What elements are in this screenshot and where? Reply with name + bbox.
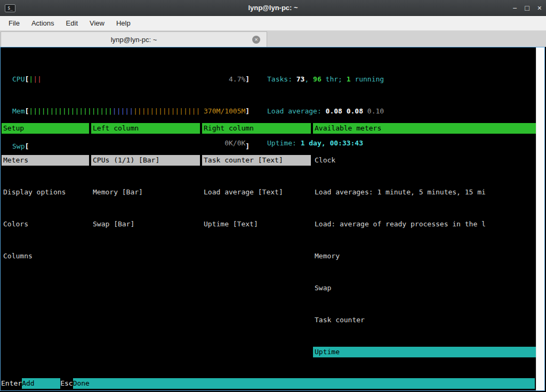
- cpu-meter-value: 4.7%: [229, 74, 245, 85]
- terminal-scrollbar[interactable]: [536, 47, 544, 390]
- cpu-meter-label: CPU: [12, 74, 25, 85]
- menu-view[interactable]: View: [84, 16, 110, 30]
- threads-suffix: thr;: [322, 75, 347, 83]
- available-meter-item[interactable]: Memory: [313, 251, 537, 262]
- setup-panel: Setup Meters Display options Colors Colu…: [2, 102, 89, 283]
- menu-help[interactable]: Help: [110, 16, 136, 30]
- available-meter-item[interactable]: Load averages: 1 minute, 5 minutes, 15 m…: [313, 187, 537, 198]
- setup-item[interactable]: Meters: [2, 155, 89, 166]
- available-meter-item[interactable]: Load: average of ready processes in the …: [313, 219, 537, 230]
- window-controls: − □ ×: [512, 0, 542, 16]
- tasks-sep: ,: [304, 75, 313, 83]
- available-meter-item[interactable]: Task counter: [313, 315, 537, 325]
- left-column-item[interactable]: Swap [Bar]: [91, 219, 200, 230]
- setup-item[interactable]: Colors: [2, 219, 89, 230]
- setup-item[interactable]: Columns: [2, 251, 89, 262]
- menu-edit[interactable]: Edit: [60, 16, 84, 30]
- done-action-button[interactable]: Done: [73, 378, 535, 389]
- right-column-panel: Right column Task counter [Text] Load av…: [202, 102, 311, 251]
- left-column-item[interactable]: CPUs (1/1) [Bar]: [91, 155, 200, 166]
- available-meter-item[interactable]: Uptime: [313, 347, 537, 357]
- tab-close-icon[interactable]: ×: [252, 36, 260, 44]
- tab-bar: lynp@lyn-pc: ~ ×: [0, 31, 546, 47]
- cpu-bar-red: ||: [33, 74, 42, 85]
- setup-item[interactable]: Display options: [2, 187, 89, 198]
- left-column-panel: Left column CPUs (1/1) [Bar] Memory [Bar…: [91, 102, 200, 251]
- available-meters-panel: Available meters Clock Load averages: 1 …: [313, 102, 537, 392]
- tasks-count: 73: [296, 75, 305, 83]
- titlebar: $_ lynp@lyn-pc: ~ − □ ×: [0, 0, 546, 16]
- cpu-bar-green: |: [29, 74, 33, 85]
- menubar: File Actions Edit View Help: [0, 16, 546, 31]
- right-column-header: Right column: [202, 123, 311, 134]
- cpu-meter-open-bracket: [: [25, 74, 29, 85]
- minimize-icon[interactable]: −: [512, 4, 517, 12]
- close-icon[interactable]: ×: [537, 4, 542, 12]
- available-meter-item[interactable]: Clock: [313, 155, 537, 166]
- available-meter-item[interactable]: Swap: [313, 283, 537, 293]
- threads-count: 96: [313, 75, 322, 83]
- available-meters-header: Available meters: [313, 123, 537, 134]
- add-action-button[interactable]: Add: [22, 378, 60, 389]
- cpu-meter-close-bracket: ]: [245, 74, 250, 85]
- terminal-tab[interactable]: lynp@lyn-pc: ~ ×: [1, 31, 267, 47]
- tasks-label: Tasks:: [267, 75, 296, 83]
- right-column-item[interactable]: Task counter [Text]: [202, 155, 311, 166]
- right-column-item[interactable]: Uptime [Text]: [202, 219, 311, 230]
- left-column-header: Left column: [91, 123, 200, 134]
- running-count: 1: [347, 75, 351, 83]
- running-suffix: running: [351, 75, 384, 83]
- function-bar: EnterAddEscDone: [1, 378, 535, 389]
- cpu-meter: CPU[|||4.7%]: [12, 74, 250, 85]
- maximize-icon[interactable]: □: [525, 4, 529, 12]
- esc-key-label[interactable]: Esc: [60, 378, 73, 389]
- menu-actions[interactable]: Actions: [26, 16, 60, 30]
- setup-panel-header: Setup: [2, 123, 89, 134]
- tasks-line: Tasks: 73, 96 thr; 1 running: [267, 74, 384, 85]
- menu-file[interactable]: File: [3, 16, 26, 30]
- terminal-window[interactable]: CPU[|||4.7%] Mem[|||||||||||||||||||||||…: [0, 47, 545, 391]
- tab-label: lynp@lyn-pc: ~: [111, 36, 157, 44]
- enter-key-label[interactable]: Enter: [1, 378, 22, 389]
- right-column-item[interactable]: Load average [Text]: [202, 187, 311, 198]
- left-column-item[interactable]: Memory [Bar]: [91, 187, 200, 198]
- htop-screen: CPU[|||4.7%] Mem[|||||||||||||||||||||||…: [1, 47, 536, 390]
- window-title: lynp@lyn-pc: ~: [0, 0, 546, 16]
